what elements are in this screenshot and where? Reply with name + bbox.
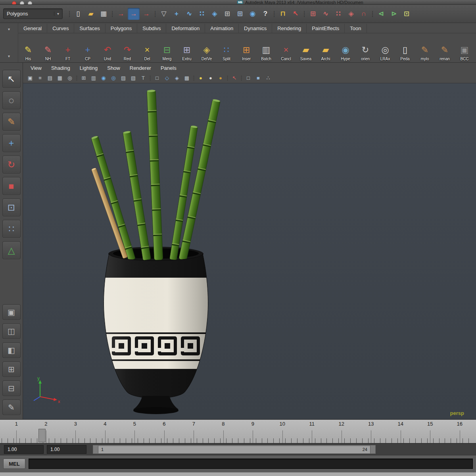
panel-menu-renderer[interactable]: Renderer: [125, 64, 155, 72]
history-curve-icon[interactable]: ∿: [320, 8, 332, 20]
lattice-display-icon[interactable]: ⊞: [234, 8, 246, 20]
show-manipulator-tool[interactable]: △: [2, 241, 21, 259]
range-start-handle[interactable]: [93, 445, 98, 453]
field-chart-icon[interactable]: ▨: [119, 74, 128, 83]
shelf-button-batch[interactable]: ▥ Batch: [256, 34, 276, 62]
lock-selection-icon[interactable]: ⊓: [277, 8, 289, 20]
render-settings-icon[interactable]: ⊡: [401, 8, 413, 20]
time-slider[interactable]: 12345678910111213141516: [0, 419, 476, 443]
panel-grip[interactable]: ┆: [192, 74, 196, 83]
panel-grip[interactable]: ┆: [75, 74, 79, 83]
panel-menu-panels[interactable]: Panels: [156, 64, 181, 72]
highlight-selection-icon[interactable]: ▽: [158, 8, 170, 20]
gate-mask-icon[interactable]: ◎: [109, 74, 118, 83]
soft-modification-tool[interactable]: ∷: [2, 220, 21, 238]
select-tool[interactable]: ↖: [2, 70, 21, 88]
shelf-tab-general[interactable]: General: [18, 24, 47, 33]
camera-attributes-icon[interactable]: ≡: [35, 74, 45, 83]
select-hierarchy-icon[interactable]: →: [115, 8, 127, 20]
grid-toggle-icon[interactable]: ⊞: [79, 74, 88, 83]
resolution-gate-icon[interactable]: ◉: [99, 74, 108, 83]
range-slider[interactable]: 1 24: [93, 445, 376, 454]
shelf-button-delve[interactable]: ◈ DelVe: [197, 34, 217, 62]
layout-four-pane[interactable]: ⊞: [2, 361, 21, 377]
rotate-tool[interactable]: ↻: [2, 155, 21, 174]
paint-effects-panel[interactable]: ✎: [2, 399, 21, 415]
textured-mode-icon[interactable]: ▩: [182, 74, 192, 83]
lasso-select-tool[interactable]: ◌: [2, 91, 21, 109]
history-surface-icon[interactable]: ◈: [345, 8, 357, 20]
layout-two-pane[interactable]: ◫: [2, 323, 21, 339]
toolbar-grip[interactable]: ┆: [153, 8, 157, 20]
shelf-button-und[interactable]: ↶ Und: [98, 34, 117, 62]
layout-outliner-pane[interactable]: ◧: [2, 342, 21, 358]
shelf-tab-toon[interactable]: Toon: [345, 24, 367, 33]
wireframe-cube-icon[interactable]: □: [244, 74, 253, 83]
shelf-button-mylo[interactable]: ✎ mylo: [415, 34, 435, 62]
input-connections-icon[interactable]: ⊲: [375, 8, 387, 20]
mel-toggle-button[interactable]: MEL: [3, 459, 25, 469]
shelf-button-cp[interactable]: + CP: [78, 34, 98, 62]
shelf-button-extru[interactable]: ⊞ Extru: [177, 34, 197, 62]
range-end-handle[interactable]: [370, 445, 375, 453]
shelf-tab-surfaces[interactable]: Surfaces: [74, 24, 105, 33]
shaded-cube-icon[interactable]: ■: [253, 74, 263, 83]
toolbar-grip[interactable]: ┆: [110, 8, 114, 20]
shelf-button-savea[interactable]: ▰ Savea: [296, 34, 316, 62]
universal-manipulator-tool[interactable]: ⊡: [2, 198, 21, 217]
xray-icon[interactable]: ◇: [162, 74, 172, 83]
shelf-button-hype[interactable]: ◉ Hype: [336, 34, 355, 62]
shelf-button-orien[interactable]: ↻ orien: [355, 34, 375, 62]
shelf-button-peda[interactable]: ▯ Peda: [395, 34, 415, 62]
shelf-collapse-control[interactable]: ▾ ▾: [0, 23, 18, 62]
shelf-tab-polygons[interactable]: Polygons: [106, 24, 137, 33]
panel-menu-lighting[interactable]: Lighting: [75, 64, 102, 72]
bookmarks-icon[interactable]: ▤: [45, 74, 55, 83]
shelf-button-ft[interactable]: + FT: [58, 34, 78, 62]
share-view-icon[interactable]: ∴: [263, 74, 273, 83]
flat-light-icon[interactable]: ●: [206, 74, 215, 83]
isolate-select-icon[interactable]: □: [152, 74, 162, 83]
shelf-button-split[interactable]: ∷ Split: [217, 34, 236, 62]
shelf-button-merg[interactable]: ⊟ Merg: [157, 34, 177, 62]
scene-save-icon[interactable]: ▦: [98, 8, 109, 20]
current-time-indicator[interactable]: [38, 429, 46, 442]
image-plane-icon[interactable]: ▦: [55, 74, 65, 83]
shelf-button-red[interactable]: ↷ Red: [117, 34, 137, 62]
snap-to-points-icon[interactable]: ∷: [196, 8, 208, 20]
zoom-window-icon[interactable]: [28, 1, 32, 5]
shelf-button-nh[interactable]: ✎ NH: [38, 34, 58, 62]
command-line-input[interactable]: [29, 459, 473, 469]
select-object-icon[interactable]: →: [128, 8, 140, 20]
scene-new-icon[interactable]: ▯: [72, 8, 84, 20]
shelf-button-bcc[interactable]: ▣ BCC: [455, 34, 474, 62]
animation-start-field[interactable]: 1.00: [4, 445, 44, 454]
panel-menu-show[interactable]: Show: [103, 64, 125, 72]
output-connections-icon[interactable]: ⊳: [388, 8, 400, 20]
viewport-canvas[interactable]: y x persp: [23, 83, 476, 419]
grid-display-icon[interactable]: ⊞: [221, 8, 233, 20]
paint-select-tool[interactable]: ✎: [2, 113, 21, 131]
panel-grip[interactable]: ┆: [226, 74, 229, 83]
minimize-window-icon[interactable]: [20, 1, 24, 5]
snap-to-curves-icon[interactable]: ∿: [183, 8, 195, 20]
shelf-tab-subdivs[interactable]: Subdivs: [137, 24, 166, 33]
history-grid-icon[interactable]: ⊞: [307, 8, 319, 20]
history-point-icon[interactable]: ∷: [332, 8, 344, 20]
snap-to-planes-icon[interactable]: ◈: [209, 8, 221, 20]
shelf-button-archi[interactable]: ▰ Archi: [316, 34, 336, 62]
scene-open-icon[interactable]: ▰: [85, 8, 97, 20]
shelf-tab-deformation[interactable]: Deformation: [166, 24, 205, 33]
help-icon[interactable]: ?: [259, 8, 271, 20]
panel-grip[interactable]: ┆: [148, 74, 152, 83]
toolbar-grip[interactable]: ┆: [302, 8, 306, 20]
panel-menu-view[interactable]: View: [26, 64, 46, 72]
shelf-button-inser[interactable]: ⊞ Inser: [236, 34, 256, 62]
shelf-tab-painteffects[interactable]: PaintEffects: [307, 24, 345, 33]
snap-to-grids-icon[interactable]: +: [171, 8, 182, 20]
shelf-button-lrax[interactable]: ◎ LRAx: [375, 34, 395, 62]
track-selection-icon[interactable]: ↖: [290, 8, 301, 20]
toolbar-grip[interactable]: ┆: [67, 8, 71, 20]
all-lights-icon[interactable]: ●: [216, 74, 225, 83]
select-cursor-icon[interactable]: ↖: [230, 74, 239, 83]
